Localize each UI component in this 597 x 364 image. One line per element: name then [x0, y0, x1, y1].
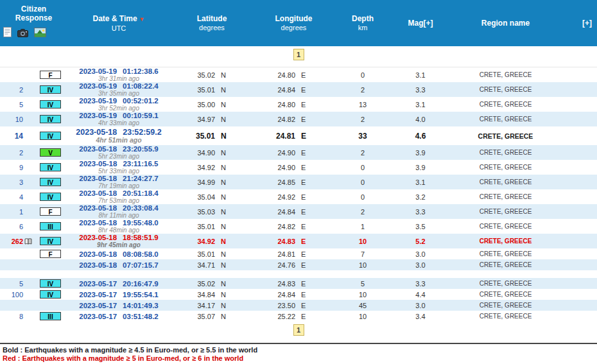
- expand-label: [+]: [582, 19, 592, 28]
- felt-reports-count[interactable]: 3: [0, 178, 23, 186]
- felt-reports-count[interactable]: 2: [0, 86, 23, 94]
- testimonies-icon[interactable]: [23, 238, 33, 245]
- latitude-value: 34.92: [170, 164, 215, 171]
- latitude-sub-label: degrees: [199, 23, 225, 32]
- latitude-direction: N: [215, 164, 254, 171]
- event-datetime-link[interactable]: 2023-05-1807:07:15.7: [79, 261, 158, 269]
- latitude-value: 34.17: [170, 302, 215, 309]
- event-time: 21:24:27.7: [123, 175, 159, 182]
- latitude-value: 34.71: [170, 261, 215, 269]
- latitude-value: 34.92: [170, 238, 215, 245]
- longitude-value: 24.90: [254, 164, 295, 171]
- column-header-region: Region name: [449, 0, 562, 46]
- depth-value: 7: [334, 250, 392, 258]
- event-datetime-link[interactable]: 2023-05-1808:08:58.0: [79, 250, 158, 258]
- event-date: 2023-05-17: [79, 291, 117, 299]
- depth-value: 10: [334, 238, 392, 245]
- longitude-value: 24.84: [254, 291, 295, 299]
- legend-red-note: Red : Earthquakes with a magnitude ≥ 5 i…: [3, 354, 594, 363]
- sort-desc-icon[interactable]: ▼: [139, 16, 145, 22]
- intensity-badge: IV: [40, 178, 61, 186]
- felt-reports-count[interactable]: 1: [0, 208, 23, 216]
- event-datetime-link[interactable]: 2023-05-1719:55:54.1: [79, 291, 158, 299]
- felt-reports-count[interactable]: 8: [0, 313, 23, 320]
- intensity-badge: IV: [40, 163, 61, 171]
- event-datetime-link[interactable]: 2023-05-1720:16:47.9: [79, 280, 158, 288]
- magnitude-value: 3.1: [392, 101, 449, 108]
- page-button-1[interactable]: 1: [293, 324, 304, 336]
- event-datetime-link[interactable]: 2023-05-1823:52:59.2: [76, 128, 161, 137]
- longitude-value: 24.80: [254, 71, 295, 79]
- region-label: Region name: [481, 19, 530, 28]
- event-datetime-link[interactable]: 2023-05-1823:20:55.9: [79, 145, 158, 153]
- latitude-value: 35.02: [170, 280, 215, 288]
- felt-reports-count[interactable]: 10: [0, 116, 23, 123]
- event-time: 00:52:01.2: [123, 97, 159, 105]
- picture-icon[interactable]: [34, 28, 46, 37]
- column-header-datetime[interactable]: Date & Time▼ UTC: [67, 0, 170, 46]
- column-header-citizen-response: Citizen Response: [0, 0, 67, 46]
- event-datetime-link[interactable]: 2023-05-1820:33:08.4: [79, 204, 158, 212]
- felt-reports-count[interactable]: 100: [0, 291, 23, 299]
- latitude-direction: N: [215, 193, 254, 201]
- event-date: 2023-05-18: [79, 145, 117, 153]
- latitude-value: 35.01: [170, 223, 215, 230]
- region-name: CRETE, GREECE: [449, 302, 562, 309]
- longitude-value: 24.84: [254, 86, 295, 94]
- event-datetime-link[interactable]: 2023-05-1901:08:22.4: [79, 82, 158, 90]
- event-datetime-link[interactable]: 2023-05-1820:51:18.4: [79, 189, 158, 197]
- event-datetime-link[interactable]: 2023-05-1703:51:48.2: [79, 313, 158, 320]
- citizen-response-cell: 2V: [0, 148, 67, 157]
- magnitude-value: 3.1: [392, 71, 449, 79]
- depth-value: 0: [334, 178, 392, 186]
- event-datetime-link[interactable]: 2023-05-1823:11:16.5: [80, 160, 159, 168]
- page-button-1[interactable]: 1: [293, 49, 304, 60]
- intensity-badge-slot: F: [33, 71, 67, 79]
- event-time: 01:08:22.4: [123, 82, 159, 90]
- event-datetime-link[interactable]: 2023-05-1819:55:48.0: [79, 219, 158, 227]
- earthquake-row: F2023-05-1901:12:38.63hr 31min ago35.02N…: [0, 67, 597, 82]
- felt-reports-count[interactable]: 2: [0, 149, 23, 157]
- column-header-magnitude[interactable]: Mag[+]: [392, 0, 449, 46]
- citizen-response-cell: F: [0, 250, 67, 258]
- latitude-direction: N: [215, 86, 254, 94]
- citizen-response-cell: 5IV: [0, 279, 67, 288]
- event-time: 23:52:59.2: [123, 128, 161, 137]
- event-datetime-link[interactable]: 2023-05-1901:12:38.6: [79, 67, 158, 75]
- longitude-direction: E: [295, 208, 334, 216]
- camera-icon[interactable]: [17, 29, 28, 37]
- felt-reports-count[interactable]: 14: [0, 132, 23, 141]
- intensity-badge-slot: IV: [33, 115, 67, 123]
- felt-reports-count[interactable]: 5: [0, 280, 23, 288]
- intensity-badge-slot: IV: [33, 290, 67, 299]
- region-name: CRETE, GREECE: [449, 223, 562, 230]
- felt-reports-count[interactable]: 5: [0, 101, 23, 108]
- depth-value: 5: [334, 280, 392, 288]
- felt-reports-count[interactable]: 9: [0, 164, 23, 171]
- felt-reports-count[interactable]: 262: [0, 238, 23, 245]
- felt-reports-count[interactable]: 4: [0, 193, 23, 201]
- intensity-badge-slot: V: [33, 148, 67, 157]
- latitude-value: 35.01: [170, 250, 215, 258]
- latitude-value: 34.99: [170, 178, 215, 186]
- latitude-value: 34.90: [170, 149, 215, 157]
- citizen-response-line2: Response: [15, 13, 52, 22]
- datetime-cell: 2023-05-1901:12:38.63hr 31min ago: [67, 67, 170, 82]
- earthquake-row: 1F2023-05-1820:33:08.48hr 11min ago35.03…: [0, 204, 597, 219]
- event-datetime-link[interactable]: 2023-05-1821:24:27.7: [79, 175, 158, 182]
- event-datetime-link[interactable]: 2023-05-1900:52:01.2: [79, 97, 158, 105]
- felt-reports-count[interactable]: 6: [0, 223, 23, 230]
- legend-bold-note: Bold : Earthquakes with a magnitude ≥ 4.…: [3, 346, 594, 354]
- datetime-cell: 2023-05-1714:01:49.3: [67, 302, 170, 309]
- event-datetime-link[interactable]: 2023-05-1714:01:49.3: [79, 302, 158, 309]
- column-header-expand[interactable]: [+]: [562, 0, 597, 46]
- longitude-value: 24.76: [254, 261, 295, 269]
- event-time: 19:55:54.1: [123, 291, 159, 299]
- event-datetime-link[interactable]: 2023-05-1900:10:59.1: [79, 112, 158, 119]
- magnitude-label: Mag[+]: [408, 19, 433, 28]
- report-icon[interactable]: [3, 27, 12, 37]
- event-age: 5hr 33min ago: [98, 168, 139, 175]
- region-name: CRETE, GREECE: [449, 101, 562, 108]
- event-datetime-link[interactable]: 2023-05-1818:58:51.9: [79, 234, 158, 241]
- region-name: CRETE, GREECE: [449, 149, 562, 156]
